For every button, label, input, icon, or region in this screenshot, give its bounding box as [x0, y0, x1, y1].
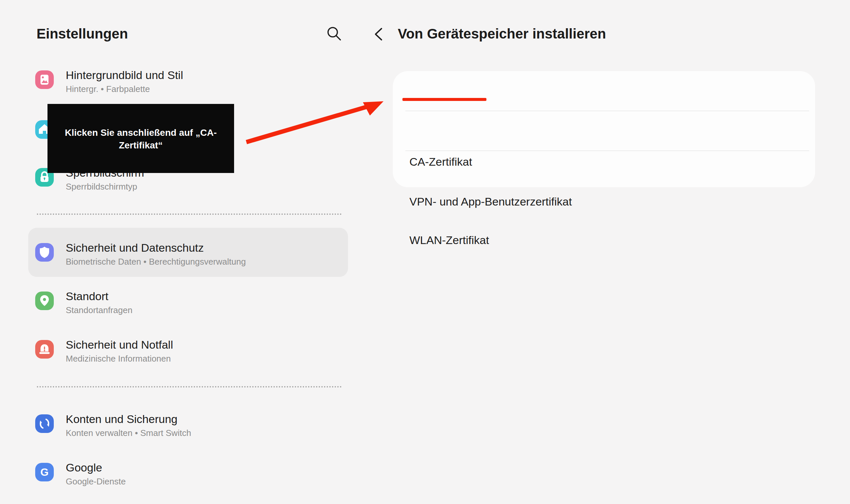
- search-icon: [326, 25, 342, 41]
- red-underline-highlight: [402, 98, 486, 101]
- sidebar-item-google[interactable]: G Google Google-Dienste: [35, 463, 126, 487]
- row-ca-zertifikat[interactable]: CA-Zertifikat: [410, 155, 472, 169]
- svg-text:G: G: [40, 466, 49, 478]
- item-title: Hintergrundbild und Stil: [66, 68, 183, 82]
- sidebar-item-sicherheit-datenschutz[interactable]: Sicherheit und Datenschutz Biometrische …: [35, 243, 246, 267]
- wallpaper-icon: [35, 70, 54, 89]
- row-divider: [405, 150, 809, 151]
- item-title: Standort: [66, 289, 132, 304]
- row-wlan-zertifikat[interactable]: WLAN-Zertifikat: [410, 233, 489, 247]
- list-section-divider: [37, 386, 342, 388]
- emergency-siren-icon: [35, 340, 54, 359]
- sidebar-item-standort[interactable]: Standort Standortanfragen: [35, 291, 132, 316]
- search-button[interactable]: [326, 25, 342, 41]
- item-subtitle: Standortanfragen: [66, 305, 132, 316]
- item-subtitle: Medizinische Informationen: [66, 353, 173, 364]
- back-chevron-icon: [374, 28, 383, 41]
- page-title: Einstellungen: [37, 25, 128, 42]
- right-panel-title: Von Gerätespeicher installieren: [398, 25, 606, 42]
- tooltip-line-1: Klicken Sie anschließend auf „CA-: [65, 126, 216, 139]
- item-title: Sicherheit und Datenschutz: [66, 240, 246, 255]
- item-subtitle: Biometrische Daten • Berechtigungsverwal…: [66, 256, 246, 267]
- sidebar-item-konten-sicherung[interactable]: Konten und Sicherung Konten verwalten • …: [35, 414, 191, 438]
- item-title: Google: [66, 460, 126, 475]
- google-g-icon: G: [35, 463, 54, 482]
- sync-icon: [35, 414, 54, 433]
- item-subtitle: Google-Dienste: [66, 476, 126, 487]
- list-section-divider: [37, 214, 342, 215]
- back-button[interactable]: [374, 28, 383, 41]
- item-title: Sicherheit und Notfall: [66, 337, 173, 352]
- item-subtitle: Hintergr. • Farbpalette: [66, 84, 183, 94]
- sidebar-item-hintergrundbild[interactable]: Hintergrundbild und Stil Hintergr. • Far…: [35, 70, 183, 94]
- tooltip-line-2: Zertifikat“: [119, 139, 163, 152]
- item-subtitle: Konten verwalten • Smart Switch: [66, 428, 191, 438]
- instruction-tooltip: Klicken Sie anschließend auf „CA- Zertif…: [48, 104, 234, 173]
- shield-icon: [35, 243, 54, 262]
- row-vpn-app-benutzerzertifikat[interactable]: VPN- und App-Benutzerzertifikat: [410, 194, 572, 209]
- settings-split-screen: Einstellungen Hintergrundbild und Stil H…: [0, 0, 850, 504]
- red-arrow-annotation: [236, 93, 392, 153]
- item-subtitle: Sperrbildschirmtyp: [66, 181, 144, 192]
- sidebar-item-sicherheit-notfall[interactable]: Sicherheit und Notfall Medizinische Info…: [35, 340, 173, 364]
- row-divider: [405, 111, 809, 111]
- certificate-list-card: CA-Zertifikat VPN- und App-Benutzerzerti…: [393, 71, 815, 187]
- item-title: Konten und Sicherung: [66, 412, 191, 426]
- location-pin-icon: [35, 291, 54, 310]
